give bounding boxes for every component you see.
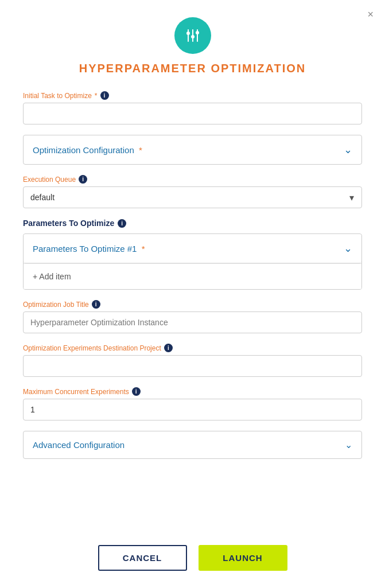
optimization-job-title-section: Optimization Job Title i [23,300,362,333]
execution-queue-info-icon[interactable]: i [79,175,87,184]
max-concurrent-info-icon[interactable]: i [132,387,141,396]
dest-info-icon[interactable]: i [164,344,173,352]
launch-button[interactable]: LAUNCH [199,545,287,571]
optimization-config-dropdown[interactable]: Optimization Configuration * ⌄ [23,135,362,165]
params-item-1-dropdown[interactable]: Parameters To Optimize #1 * ⌄ [24,234,361,263]
job-title-info-icon[interactable]: i [92,300,100,309]
svg-point-5 [196,31,199,34]
optimization-dest-section: Optimization Experiments Destination Pro… [23,344,362,377]
advanced-config-label: Advanced Configuration [33,440,125,450]
optimization-config-chevron-icon: ⌄ [344,143,352,156]
svg-point-4 [191,35,195,38]
execution-queue-section: Execution Queue i default ▾ [23,175,362,208]
optimization-dest-label: Optimization Experiments Destination Pro… [23,344,362,352]
sliders-icon [182,25,203,46]
optimization-config-label: Optimization Configuration * [33,145,142,155]
params-to-optimize-section: Parameters To Optimize i Parameters To O… [23,219,362,290]
execution-queue-select[interactable]: default [23,186,362,208]
params-info-icon[interactable]: i [118,219,126,228]
cancel-button[interactable]: CANCEL [98,545,187,571]
max-concurrent-section: Maximum Concurrent Experiments i [23,387,362,420]
close-button[interactable]: × [367,9,374,20]
max-concurrent-input[interactable] [23,399,362,420]
initial-task-label: Initial Task to Optimize * i [23,91,362,100]
optimization-job-title-label: Optimization Job Title i [23,300,362,309]
add-item-row: + Add item [24,264,361,289]
advanced-config-chevron-icon: ⌄ [345,439,352,450]
modal-container: × HYPERPARAMETER OPTIMIZATION Initial Ta… [0,0,385,588]
modal-header: HYPERPARAMETER OPTIMIZATION [23,17,362,75]
page-title: HYPERPARAMETER OPTIMIZATION [79,62,306,75]
params-item-1-chevron-icon: ⌄ [344,242,352,255]
initial-task-input[interactable] [23,103,362,124]
optimization-job-title-input[interactable] [23,311,362,333]
header-icon-circle [174,17,211,54]
initial-task-info-icon[interactable]: i [100,91,109,100]
advanced-config-section: Advanced Configuration ⌄ [23,431,362,459]
params-container: Parameters To Optimize #1 * ⌄ + Add item [23,233,362,290]
params-item-1-label: Parameters To Optimize #1 * [33,244,145,254]
modal-footer: CANCEL LAUNCH [23,531,362,571]
initial-task-section: Initial Task to Optimize * i [23,91,362,124]
svg-point-3 [186,32,190,35]
params-item-1: Parameters To Optimize #1 * ⌄ [24,234,361,264]
execution-queue-select-wrapper: default ▾ [23,186,362,208]
max-concurrent-label: Maximum Concurrent Experiments i [23,387,362,396]
execution-queue-label: Execution Queue i [23,175,362,184]
params-to-optimize-label: Parameters To Optimize i [23,219,362,228]
add-item-button[interactable]: + Add item [24,264,361,289]
optimization-config-section: Optimization Configuration * ⌄ [23,135,362,165]
advanced-config-dropdown[interactable]: Advanced Configuration ⌄ [23,431,362,459]
optimization-dest-input[interactable] [23,355,362,377]
